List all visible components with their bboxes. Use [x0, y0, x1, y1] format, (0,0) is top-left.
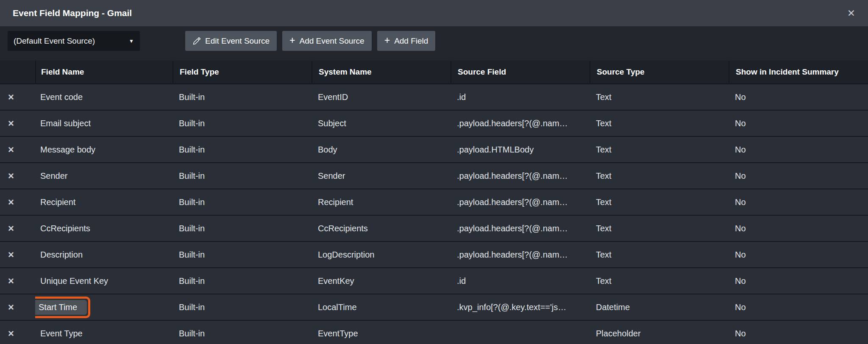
column-header-field-type: Field Type — [172, 61, 312, 83]
delete-row-icon[interactable]: ✕ — [8, 225, 14, 233]
delete-cell: ✕ — [0, 330, 35, 338]
source-field-value: .payload.headers[?(@.nam… — [457, 119, 568, 128]
source-type-cell: Text — [590, 119, 729, 128]
field-name-cell: Description — [35, 250, 172, 260]
source-type-value: Text — [596, 276, 612, 286]
field-name-value[interactable]: Event Type — [40, 329, 83, 338]
delete-cell: ✕ — [0, 251, 35, 259]
highlight-annotation: CcRecipients — [40, 224, 90, 233]
highlight-annotation: Email subject — [40, 119, 91, 128]
field-type-cell: Built-in — [172, 276, 312, 286]
show-in-incident-summary-value: No — [735, 171, 746, 181]
field-type-cell: Built-in — [172, 302, 312, 312]
source-field-cell: .payload.headers[?(@.nam… — [451, 119, 590, 128]
delete-row-icon[interactable]: ✕ — [8, 119, 14, 128]
system-name-cell: LogDescription — [312, 250, 451, 260]
highlight-annotation: Message body — [40, 145, 95, 155]
show-in-incident-summary-cell: No — [729, 329, 868, 338]
chevron-down-icon: ▼ — [129, 38, 134, 44]
field-type-cell: Built-in — [172, 171, 312, 181]
highlight-annotation: Event Type — [40, 329, 83, 338]
source-type-value: Datetime — [596, 302, 630, 312]
add-field-button[interactable]: + Add Field — [377, 31, 436, 51]
delete-row-icon[interactable]: ✕ — [8, 277, 14, 285]
field-name-value[interactable]: Event code — [40, 92, 83, 102]
field-name-value[interactable]: Message body — [40, 145, 95, 155]
source-type-value: Text — [596, 171, 612, 181]
field-type-value: Built-in — [179, 302, 205, 312]
delete-column-header — [0, 61, 35, 83]
field-name-value[interactable]: Sender — [40, 171, 68, 181]
system-name-cell: Subject — [312, 119, 451, 128]
field-type-value: Built-in — [179, 224, 205, 233]
delete-cell: ✕ — [0, 146, 35, 154]
event-source-select-value: (Default Event Source) — [14, 36, 95, 46]
highlight-annotation: Event code — [40, 92, 83, 102]
highlight-annotation: Unique Event Key — [40, 276, 108, 286]
show-in-incident-summary-cell: No — [729, 250, 868, 260]
field-type-value: Built-in — [179, 92, 205, 102]
delete-row-icon[interactable]: ✕ — [8, 93, 14, 101]
dialog-titlebar: Event Field Mapping - Gmail ✕ — [0, 0, 868, 26]
edit-event-source-label: Edit Event Source — [205, 36, 270, 46]
delete-row-icon[interactable]: ✕ — [8, 303, 14, 311]
table-row: ✕ Start Time Built-in LocalTime .kvp_inf… — [0, 294, 868, 321]
event-field-mapping-dialog: Event Field Mapping - Gmail ✕ (Default E… — [0, 0, 868, 344]
field-name-cell: Start Time — [35, 297, 172, 318]
source-field-value: .payload.headers[?(@.nam… — [457, 224, 568, 233]
source-type-value: Text — [596, 92, 612, 102]
field-name-value[interactable]: Description — [40, 250, 83, 260]
source-field-cell: .kvp_info[?(@.key.text=='js… — [451, 302, 590, 312]
pencil-icon — [192, 37, 201, 45]
field-type-cell: Built-in — [172, 197, 312, 207]
delete-cell: ✕ — [0, 172, 35, 180]
delete-row-icon[interactable]: ✕ — [8, 146, 14, 154]
add-event-source-button[interactable]: + Add Event Source — [282, 31, 372, 51]
delete-cell: ✕ — [0, 225, 35, 233]
system-name-cell: Recipient — [312, 197, 451, 207]
table-row: ✕ Email subject Built-in Subject .payloa… — [0, 111, 868, 137]
system-name-value: Subject — [318, 119, 346, 128]
column-header-system-name: System Name — [312, 61, 451, 83]
show-in-incident-summary-cell: No — [729, 197, 868, 207]
field-type-value: Built-in — [179, 171, 205, 181]
field-name-value[interactable]: Start Time — [35, 300, 87, 315]
source-field-value: .payload.headers[?(@.nam… — [457, 197, 568, 207]
delete-row-icon[interactable]: ✕ — [8, 251, 14, 259]
column-header-field-name: Field Name — [35, 61, 172, 83]
source-field-value: .id — [457, 92, 466, 102]
system-name-value: LogDescription — [318, 250, 374, 260]
field-name-value[interactable]: Unique Event Key — [40, 276, 108, 286]
field-name-cell: Event code — [35, 92, 172, 102]
source-field-cell: .payload.headers[?(@.nam… — [451, 224, 590, 233]
delete-row-icon[interactable]: ✕ — [8, 330, 14, 338]
field-name-value[interactable]: Email subject — [40, 119, 91, 128]
table-row: ✕ Message body Built-in Body .payload.HT… — [0, 137, 868, 163]
table-body: ✕ Event code Built-in EventID .id Text N… — [0, 84, 868, 344]
source-type-cell: Text — [590, 92, 729, 102]
field-name-value[interactable]: Recipient — [40, 197, 75, 207]
source-type-value: Text — [596, 145, 612, 155]
field-type-cell: Built-in — [172, 92, 312, 102]
show-in-incident-summary-value: No — [735, 197, 746, 207]
system-name-value: EventID — [318, 92, 348, 102]
event-source-select[interactable]: (Default Event Source) ▼ — [8, 31, 140, 51]
show-in-incident-summary-cell: No — [729, 92, 868, 102]
source-type-cell: Text — [590, 276, 729, 286]
delete-row-icon[interactable]: ✕ — [8, 172, 14, 180]
source-type-cell: Text — [590, 224, 729, 233]
table-header-row: Field Name Field Type System Name Source… — [0, 61, 868, 84]
close-icon[interactable]: ✕ — [847, 8, 855, 18]
delete-cell: ✕ — [0, 277, 35, 285]
source-field-cell: .id — [451, 92, 590, 102]
field-type-value: Built-in — [179, 276, 205, 286]
show-in-incident-summary-value: No — [735, 224, 746, 233]
field-type-value: Built-in — [179, 197, 205, 207]
edit-event-source-button[interactable]: Edit Event Source — [185, 31, 277, 51]
highlight-annotation: Start Time — [35, 297, 90, 318]
field-type-value: Built-in — [179, 329, 205, 338]
system-name-cell: CcRecipients — [312, 224, 451, 233]
field-name-value[interactable]: CcRecipients — [40, 224, 90, 233]
source-type-value: Text — [596, 197, 612, 207]
delete-row-icon[interactable]: ✕ — [8, 198, 14, 206]
